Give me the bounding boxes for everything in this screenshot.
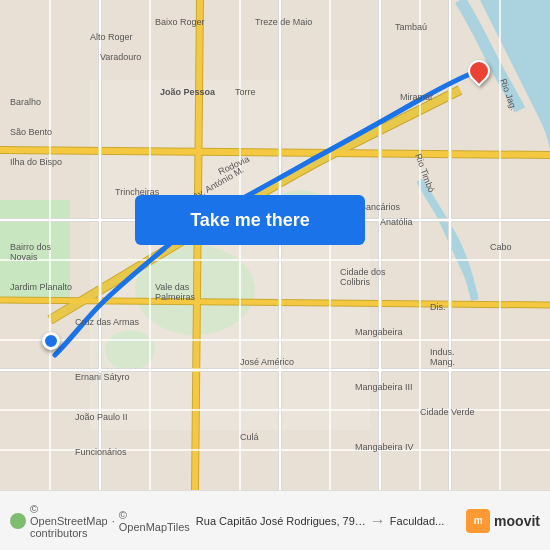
svg-text:Culá: Culá — [240, 432, 259, 442]
svg-text:Baixo Roger: Baixo Roger — [155, 17, 205, 27]
osm-logo-icon — [10, 513, 26, 529]
start-location-marker — [42, 332, 60, 350]
svg-text:Mangabeira III: Mangabeira III — [355, 382, 413, 392]
svg-text:João Pessoa: João Pessoa — [160, 87, 216, 97]
svg-text:Mang.: Mang. — [430, 357, 455, 367]
svg-text:Treze de Maio: Treze de Maio — [255, 17, 312, 27]
direction-arrow: → — [366, 512, 390, 530]
svg-text:Cruz das Armas: Cruz das Armas — [75, 317, 140, 327]
svg-rect-5 — [90, 80, 370, 430]
end-address-text: Faculdad... — [390, 515, 444, 527]
svg-text:Ilha do Bispo: Ilha do Bispo — [10, 157, 62, 167]
moovit-brand-text: moovit — [494, 513, 540, 529]
svg-text:Funcionários: Funcionários — [75, 447, 127, 457]
take-me-there-button[interactable]: Take me there — [135, 195, 365, 245]
attribution-left: © OpenStreetMap contributors · © OpenMap… — [10, 503, 190, 539]
svg-text:Cidade dos: Cidade dos — [340, 267, 386, 277]
svg-text:Mangabeira IV: Mangabeira IV — [355, 442, 414, 452]
svg-text:Varadouro: Varadouro — [100, 52, 141, 62]
svg-text:Vale das: Vale das — [155, 282, 190, 292]
svg-text:Indus.: Indus. — [430, 347, 455, 357]
svg-text:Palmeiras: Palmeiras — [155, 292, 196, 302]
start-address-text: Rua Capitão José Rodrigues, 794-860 ... — [196, 515, 366, 527]
svg-text:Dis.: Dis. — [430, 302, 446, 312]
svg-text:José Américo: José Américo — [240, 357, 294, 367]
svg-text:Alto Roger: Alto Roger — [90, 32, 133, 42]
svg-text:São Bento: São Bento — [10, 127, 52, 137]
svg-text:Cidade Verde: Cidade Verde — [420, 407, 475, 417]
attribution-text: © OpenStreetMap contributors — [30, 503, 108, 539]
attribution-middle: Rua Capitão José Rodrigues, 794-860 ... … — [190, 512, 460, 530]
svg-text:Ernani Sátyro: Ernani Sátyro — [75, 372, 130, 382]
svg-text:Tambaú: Tambaú — [395, 22, 427, 32]
svg-text:Novais: Novais — [10, 252, 38, 262]
attribution-separator: · — [112, 515, 115, 527]
svg-text:Miramar: Miramar — [400, 92, 433, 102]
svg-text:Bairro dos: Bairro dos — [10, 242, 52, 252]
svg-text:Bancários: Bancários — [360, 202, 401, 212]
moovit-icon: m — [466, 509, 490, 533]
svg-text:Mangabeira: Mangabeira — [355, 327, 403, 337]
map-container: João Pessoa Baralho São Bento Ilha do Bi… — [0, 0, 550, 490]
svg-text:Anatólia: Anatólia — [380, 217, 413, 227]
attribution-tiles-text: © OpenMapTiles — [119, 509, 190, 533]
svg-text:João Paulo II: João Paulo II — [75, 412, 128, 422]
svg-text:Colibris: Colibris — [340, 277, 371, 287]
svg-text:Baralho: Baralho — [10, 97, 41, 107]
svg-text:Jardim Planalto: Jardim Planalto — [10, 282, 72, 292]
svg-text:Torre: Torre — [235, 87, 256, 97]
moovit-logo: m moovit — [460, 509, 540, 533]
attribution-bar: © OpenStreetMap contributors · © OpenMap… — [0, 490, 550, 550]
svg-text:Cabo: Cabo — [490, 242, 512, 252]
